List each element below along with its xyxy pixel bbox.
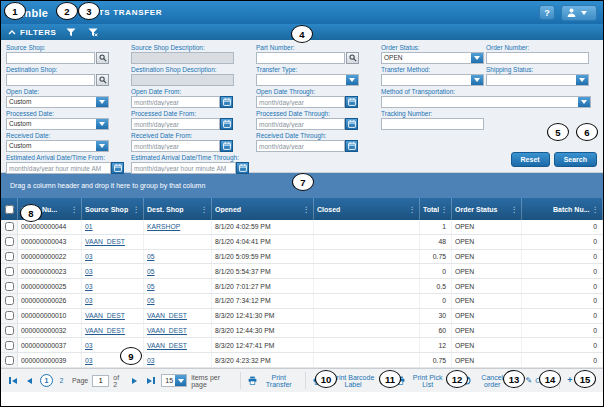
shop-link[interactable]: VAAN_DEST (147, 327, 187, 334)
row-select-cell[interactable] (1, 250, 18, 264)
calendar-icon[interactable] (236, 162, 249, 174)
calendar-icon[interactable] (111, 162, 124, 174)
cell-dest-shop[interactable]: 03 (144, 353, 212, 367)
shop-link[interactable]: 03 (85, 342, 93, 349)
source-shop-input[interactable] (6, 52, 95, 64)
processed-date-select[interactable]: Custom (6, 118, 109, 130)
column-menu-icon[interactable]: ⋮ (511, 205, 519, 214)
column-header-opened[interactable]: Opened⋮ (212, 198, 314, 220)
shop-link[interactable]: 05 (147, 253, 155, 260)
column-menu-icon[interactable]: ⋮ (409, 205, 417, 214)
chevron-down-icon[interactable] (346, 75, 358, 85)
open-date-through-input[interactable] (256, 96, 345, 108)
page-size-select[interactable]: 15 (161, 374, 187, 387)
open-date-select[interactable]: Custom (6, 96, 109, 108)
column-menu-icon[interactable]: ⋮ (201, 205, 209, 214)
row-select-cell[interactable] (1, 324, 18, 338)
page-button-2[interactable]: 2 (55, 374, 68, 387)
calendar-icon[interactable] (345, 118, 358, 130)
shop-link[interactable]: VAAN_DEST (85, 312, 125, 319)
column-menu-icon[interactable]: ⋮ (441, 205, 449, 214)
cell-dest-shop[interactable]: KARSHOP (144, 220, 212, 234)
table-row[interactable]: 00000000003903038/3/20 4:23:32 PM0.75OPE… (1, 353, 603, 368)
cell-dest-shop[interactable]: 05 (144, 294, 212, 308)
column-menu-icon[interactable]: ⋮ (303, 205, 311, 214)
last-page-icon[interactable] (145, 374, 157, 387)
lookup-icon[interactable] (96, 52, 109, 64)
received-date-through-input[interactable] (256, 140, 345, 152)
page-button-1[interactable]: 1 (40, 374, 53, 387)
shop-link[interactable]: VAAN_DEST (147, 342, 187, 349)
row-checkbox[interactable] (5, 252, 14, 261)
shop-link[interactable]: VAAN_DEST (85, 238, 125, 245)
calendar-icon[interactable] (220, 140, 233, 152)
user-menu-button[interactable] (561, 5, 597, 21)
row-select-cell[interactable] (1, 353, 18, 367)
table-row[interactable]: 00000000002203058/1/20 5:09:59 PM0.75OPE… (1, 250, 603, 265)
row-select-cell[interactable] (1, 264, 18, 278)
table-row[interactable]: 000000000043VAAN_DEST8/1/20 4:04:41 PM48… (1, 235, 603, 250)
open-date-from-input[interactable] (131, 96, 220, 108)
destination-shop-input[interactable] (6, 74, 95, 86)
row-checkbox[interactable] (5, 311, 14, 320)
column-menu-icon[interactable]: ⋮ (133, 205, 141, 214)
received-date-from-input[interactable] (131, 140, 220, 152)
received-date-select[interactable]: Custom (6, 140, 109, 152)
column-header-closed[interactable]: Closed⋮ (314, 198, 420, 220)
column-menu-icon[interactable]: ⋮ (71, 205, 79, 214)
shop-link[interactable]: 05 (147, 268, 155, 275)
column-header-batch-nu[interactable]: Batch Nu...⋮ (522, 198, 603, 220)
column-menu-icon[interactable]: ⋮ (592, 205, 600, 214)
column-header-order-status[interactable]: Order Status⋮ (452, 198, 522, 220)
shop-link[interactable]: 01 (85, 223, 93, 230)
shop-link[interactable]: KARSHOP (147, 223, 180, 230)
transfer-type-select[interactable] (256, 74, 359, 86)
row-select-cell[interactable] (1, 220, 18, 234)
part-number-input[interactable] (256, 52, 345, 64)
processed-date-from-input[interactable] (131, 118, 220, 130)
clear-filter-icon[interactable] (86, 26, 100, 38)
row-checkbox[interactable] (5, 237, 14, 246)
row-checkbox[interactable] (5, 356, 14, 365)
cell-source-shop[interactable]: 03 (82, 279, 144, 293)
column-header-source-shop[interactable]: Source Shop⋮ (82, 198, 144, 220)
cell-dest-shop[interactable]: VAAN_DEST (144, 309, 212, 323)
cell-source-shop[interactable]: 01 (82, 220, 144, 234)
shop-link[interactable]: 05 (147, 297, 155, 304)
chevron-down-icon[interactable] (576, 75, 588, 85)
table-row[interactable]: 00000000002303058/1/20 5:54:37 PM0OPEN0 (1, 264, 603, 279)
row-select-cell[interactable] (1, 338, 18, 352)
chevron-down-icon[interactable] (471, 53, 483, 63)
processed-date-through-input[interactable] (256, 118, 345, 130)
cell-dest-shop[interactable]: 05 (144, 264, 212, 278)
table-row[interactable]: 000000000032VAAN_DESTVAAN_DEST8/3/20 12:… (1, 324, 603, 339)
order-status-select[interactable]: OPEN (381, 52, 484, 64)
lookup-icon[interactable] (96, 74, 109, 86)
cell-dest-shop[interactable]: 05 (144, 250, 212, 264)
cell-dest-shop[interactable]: 05 (144, 279, 212, 293)
chevron-down-icon[interactable] (96, 97, 108, 107)
row-select-cell[interactable] (1, 309, 18, 323)
cell-dest-shop[interactable]: VAAN_DEST (144, 324, 212, 338)
search-button[interactable]: Search (554, 152, 597, 167)
table-row[interactable]: 00000000002503058/1/20 7:01:27 PM0.5OPEN… (1, 279, 603, 294)
column-header-dest-shop[interactable]: Dest. Shop⋮ (144, 198, 212, 220)
row-checkbox[interactable] (5, 296, 14, 305)
lookup-icon[interactable] (346, 52, 359, 64)
order-number-input[interactable] (486, 52, 589, 64)
cell-source-shop[interactable]: VAAN_DEST (82, 235, 144, 249)
row-select-cell[interactable] (1, 279, 18, 293)
calendar-icon[interactable] (220, 118, 233, 130)
transfer-method-select[interactable] (381, 74, 484, 86)
row-select-cell[interactable] (1, 294, 18, 308)
cell-source-shop[interactable]: 03 (82, 250, 144, 264)
calendar-icon[interactable] (345, 96, 358, 108)
row-checkbox[interactable] (5, 282, 14, 291)
collapse-chevron-icon[interactable] (8, 30, 16, 35)
column-header-total[interactable]: Total⋮ (420, 198, 452, 220)
table-row[interactable]: 000000000010VAAN_DESTVAAN_DEST8/3/20 12:… (1, 309, 603, 324)
shop-link[interactable]: 03 (85, 268, 93, 275)
calendar-icon[interactable] (220, 96, 233, 108)
calendar-icon[interactable] (345, 140, 358, 152)
shipping-status-select[interactable] (486, 74, 589, 86)
